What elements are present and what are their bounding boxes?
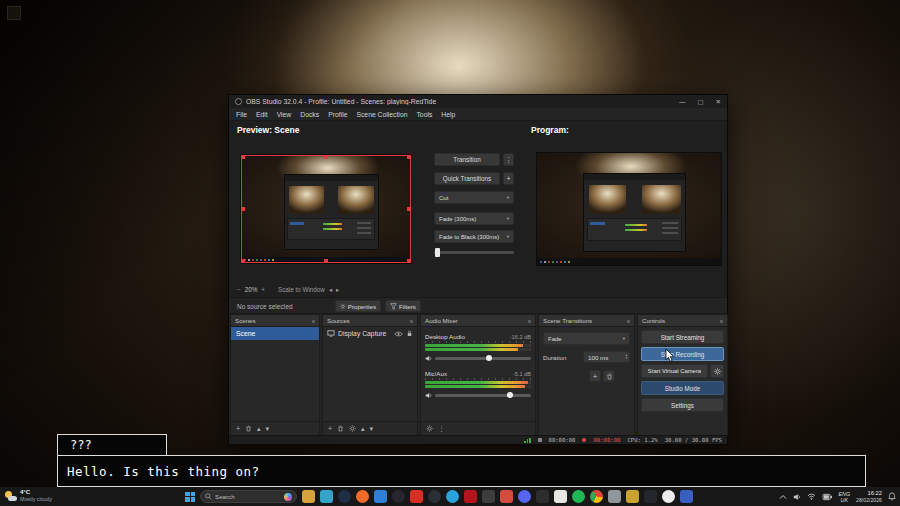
- epic-games-icon[interactable]: [626, 490, 639, 503]
- discord-icon[interactable]: [518, 490, 531, 503]
- wifi-icon[interactable]: [807, 493, 816, 500]
- speaker-icon[interactable]: [425, 392, 432, 399]
- speaker-icon[interactable]: [793, 493, 801, 501]
- zoom-in-icon[interactable]: +: [261, 286, 265, 293]
- scenes-dock-header[interactable]: Scenes ≡: [231, 315, 319, 327]
- start-streaming-button[interactable]: Start Streaming: [641, 330, 724, 344]
- obs-titlebar[interactable]: OBS Studio 32.0.4 - Profile: Untitled - …: [229, 95, 727, 108]
- dark-app-icon[interactable]: [644, 490, 657, 503]
- scene-move-up-button[interactable]: ▴: [257, 425, 261, 433]
- source-list-item[interactable]: Display Capture: [323, 327, 417, 340]
- scene-list-item[interactable]: Scene: [231, 327, 319, 340]
- transition-bar-slider[interactable]: [434, 248, 514, 257]
- mixer-settings-button[interactable]: [426, 425, 433, 432]
- firefox-icon[interactable]: [356, 490, 369, 503]
- add-transition-button[interactable]: +: [589, 370, 601, 382]
- gmail-icon[interactable]: [500, 490, 513, 503]
- protonvpn-icon[interactable]: [680, 490, 693, 503]
- menu-file[interactable]: File: [236, 111, 247, 118]
- close-button[interactable]: ✕: [716, 98, 721, 106]
- add-scene-button[interactable]: +: [236, 425, 240, 432]
- source-properties-button[interactable]: [349, 425, 356, 432]
- scene-transitions-dock-header[interactable]: Scene Transitions ≡: [539, 315, 634, 327]
- menu-help[interactable]: Help: [441, 111, 455, 118]
- ubisoft-connect-icon[interactable]: [662, 490, 675, 503]
- desktop-shortcut-icon[interactable]: [7, 6, 21, 20]
- vscode-icon[interactable]: [374, 490, 387, 503]
- chrome-icon[interactable]: [590, 490, 603, 503]
- edge-icon[interactable]: [320, 490, 333, 503]
- add-source-button[interactable]: +: [328, 425, 332, 432]
- menu-view[interactable]: View: [277, 111, 292, 118]
- remove-transition-button[interactable]: [603, 370, 615, 382]
- tray-chevron-up-icon[interactable]: [779, 494, 787, 500]
- scale-to-window-button[interactable]: Scale to Window: [278, 286, 325, 293]
- slider-handle[interactable]: [435, 248, 440, 257]
- menu-profile[interactable]: Profile: [328, 111, 347, 118]
- remove-source-button[interactable]: [337, 425, 344, 432]
- battery-icon[interactable]: [822, 493, 833, 501]
- notion-icon[interactable]: [554, 490, 567, 503]
- file-explorer-icon[interactable]: [302, 490, 315, 503]
- speaker-icon[interactable]: [425, 355, 432, 362]
- program-canvas[interactable]: [537, 153, 721, 265]
- start-button[interactable]: [185, 492, 195, 502]
- dock-menu-icon[interactable]: ≡: [528, 318, 531, 324]
- steam-icon[interactable]: [338, 490, 351, 503]
- terminal-icon[interactable]: [536, 490, 549, 503]
- minimize-button[interactable]: —: [679, 98, 686, 105]
- obs-icon[interactable]: [392, 490, 405, 503]
- source-selection-border[interactable]: [241, 155, 411, 263]
- properties-button[interactable]: Properties: [335, 300, 381, 312]
- lock-icon[interactable]: [406, 330, 413, 337]
- virtual-camera-settings-button[interactable]: [710, 364, 724, 378]
- add-quick-transition-button[interactable]: +: [503, 172, 514, 185]
- remove-scene-button[interactable]: [245, 425, 252, 432]
- dock-menu-icon[interactable]: ≡: [720, 318, 723, 324]
- menu-docks[interactable]: Docks: [300, 111, 319, 118]
- chevron-right-icon[interactable]: ▸: [336, 286, 339, 293]
- preview-canvas[interactable]: [241, 155, 411, 263]
- quick-transition-fade[interactable]: Fade (300ms) ▾: [434, 212, 514, 225]
- spin-down-icon[interactable]: ▾: [625, 357, 627, 361]
- studio-mode-button[interactable]: Studio Mode: [641, 381, 724, 395]
- spotify-icon[interactable]: [572, 490, 585, 503]
- netflix-icon[interactable]: [464, 490, 477, 503]
- zoom-out-icon[interactable]: −: [237, 286, 241, 293]
- scene-move-down-button[interactable]: ▾: [266, 425, 270, 433]
- dock-menu-icon[interactable]: ≡: [312, 318, 315, 324]
- settings-icon[interactable]: [608, 490, 621, 503]
- duration-spinbox[interactable]: 100 ms ▴▾: [583, 351, 630, 363]
- notification-bell-icon[interactable]: [888, 492, 896, 501]
- dialog-text-box[interactable]: Hello. Is this thing on?: [57, 455, 866, 487]
- volume-slider[interactable]: [435, 357, 531, 360]
- menu-scene-collection[interactable]: Scene Collection: [356, 111, 407, 118]
- quick-transition-fade-to-black[interactable]: Fade to Black (300ms) ▾: [434, 230, 514, 243]
- menu-edit[interactable]: Edit: [256, 111, 268, 118]
- quick-transition-cut[interactable]: Cut ▾: [434, 191, 514, 204]
- dock-menu-icon[interactable]: ≡: [627, 318, 630, 324]
- transition-menu-button[interactable]: ⋮: [503, 153, 514, 166]
- filters-button[interactable]: Filters: [385, 300, 421, 312]
- chevron-left-icon[interactable]: ◂: [329, 286, 332, 293]
- audio-mixer-dock-header[interactable]: Audio Mixer ≡: [421, 315, 535, 327]
- visibility-eye-icon[interactable]: [394, 331, 403, 337]
- source-move-up-button[interactable]: ▴: [361, 425, 365, 433]
- settings-button[interactable]: Settings: [641, 398, 724, 412]
- transition-select[interactable]: Fade ▾: [543, 332, 630, 345]
- youtube-icon[interactable]: [410, 490, 423, 503]
- stop-recording-button[interactable]: Stop Recording: [641, 347, 724, 361]
- transition-button[interactable]: Transition: [434, 153, 500, 166]
- taskbar-clock[interactable]: 16:22 28/02/2026: [856, 490, 882, 503]
- telegram-icon[interactable]: [446, 490, 459, 503]
- language-indicator[interactable]: ENG UK: [839, 491, 850, 503]
- sources-dock-header[interactable]: Sources ≡: [323, 315, 417, 327]
- github-icon[interactable]: [428, 490, 441, 503]
- start-virtual-camera-button[interactable]: Start Virtual Camera: [641, 364, 708, 378]
- controls-dock-header[interactable]: Controls ≡: [638, 315, 727, 327]
- maximize-button[interactable]: ▢: [697, 98, 703, 106]
- taskbar-search[interactable]: Search: [200, 490, 297, 503]
- blender-icon[interactable]: [482, 490, 495, 503]
- weather-widget[interactable]: 4°C Mostly cloudy: [5, 489, 52, 503]
- dock-menu-icon[interactable]: ≡: [410, 318, 413, 324]
